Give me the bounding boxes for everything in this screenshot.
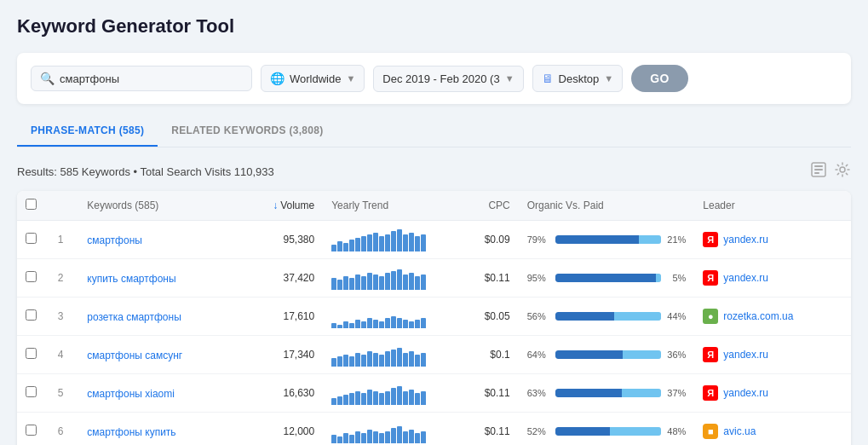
row-cpc: $0.11 <box>460 374 519 413</box>
trend-bar <box>337 325 342 328</box>
keyword-link[interactable]: смартфоны купить <box>87 426 175 438</box>
settings-icon-button[interactable] <box>834 161 851 182</box>
row-volume: 12,000 <box>255 413 323 446</box>
row-leader: ■ avic.ua <box>694 413 851 446</box>
row-volume: 95,380 <box>255 221 323 259</box>
organic-fill <box>555 312 615 321</box>
keywords-table: Keywords (585) ↓ Volume Yearly Trend CPC… <box>17 191 851 445</box>
globe-icon: 🌐 <box>270 72 285 85</box>
row-checkbox[interactable] <box>26 233 37 244</box>
leader-link[interactable]: yandex.ru <box>723 234 768 246</box>
table-row: 6 смартфоны купить 12,000 $0.11 52% 48% <box>17 413 851 446</box>
leader-logo: Я <box>703 270 718 286</box>
paid-pct: 5% <box>665 273 686 283</box>
device-dropdown[interactable]: 🖥 Desktop ▼ <box>532 65 624 92</box>
app-container: Keyword Generator Tool 🔍 🌐 Worldwide ▼ D… <box>0 0 868 445</box>
search-input[interactable] <box>60 72 243 85</box>
leader-cell: Я yandex.ru <box>703 347 842 362</box>
trend-bar <box>367 318 372 328</box>
tab-phrase-match[interactable]: PHRASE-MATCH (585) <box>17 116 158 147</box>
row-leader: Я yandex.ru <box>694 259 851 298</box>
trend-bar <box>415 320 420 328</box>
trend-bar <box>379 236 384 251</box>
row-leader: Я yandex.ru <box>694 374 851 413</box>
paid-pct: 44% <box>665 311 686 321</box>
paid-fill <box>656 274 661 282</box>
row-volume: 16,630 <box>255 374 323 413</box>
trend-bar <box>385 273 390 290</box>
organic-fill <box>555 427 611 436</box>
trend-bar <box>367 390 372 405</box>
table-row: 2 купить смартфоны 37,420 $0.11 95% 5% <box>17 259 851 298</box>
go-button[interactable]: GO <box>631 65 688 92</box>
row-leader: ● rozetka.com.ua <box>694 298 851 336</box>
trend-bar <box>337 280 342 290</box>
row-checkbox[interactable] <box>26 348 37 359</box>
trend-bar <box>415 393 420 405</box>
keyword-link[interactable]: розетка смартфоны <box>87 311 181 323</box>
leader-link[interactable]: yandex.ru <box>723 272 768 284</box>
trend-bar <box>409 430 414 443</box>
trend-bar <box>385 318 390 328</box>
leader-link[interactable]: yandex.ru <box>723 349 768 361</box>
trend-bar <box>397 229 402 251</box>
row-checkbox[interactable] <box>26 309 37 321</box>
trend-bar <box>385 391 390 405</box>
chevron-down-icon-date: ▼ <box>505 73 514 84</box>
trend-bar <box>355 353 360 367</box>
location-dropdown[interactable]: 🌐 Worldwide ▼ <box>261 65 365 92</box>
trend-bar <box>409 321 414 328</box>
trend-bar <box>361 321 366 328</box>
trend-bar <box>409 273 414 290</box>
row-keyword: смартфоны самсунг <box>78 336 255 374</box>
paid-pct: 37% <box>665 388 686 398</box>
num-header <box>49 191 78 221</box>
trend-bar <box>391 388 396 405</box>
table-container: Keywords (585) ↓ Volume Yearly Trend CPC… <box>17 191 851 445</box>
organic-pct: 79% <box>527 234 551 245</box>
svg-rect-3 <box>814 172 819 174</box>
trend-bar <box>391 231 396 251</box>
svg-rect-2 <box>814 169 823 170</box>
sort-down-icon: ↓ <box>273 199 278 211</box>
organic-track <box>555 235 662 244</box>
monitor-icon: 🖥 <box>542 72 554 85</box>
trend-bar <box>403 391 408 405</box>
paid-pct: 36% <box>665 350 686 360</box>
row-checkbox[interactable] <box>26 386 37 397</box>
leader-link[interactable]: rozetka.com.ua <box>723 310 793 322</box>
organic-pct: 64% <box>527 350 551 360</box>
select-all-checkbox[interactable] <box>26 199 37 210</box>
trend-bar <box>337 241 342 251</box>
trend-bar <box>355 238 360 251</box>
trend-bar <box>367 234 372 251</box>
row-cpc: $0.1 <box>460 336 519 374</box>
paid-fill <box>610 427 661 436</box>
trend-header: Yearly Trend <box>323 191 460 221</box>
row-checkbox[interactable] <box>26 271 37 282</box>
leader-link[interactable]: yandex.ru <box>723 387 768 399</box>
date-dropdown[interactable]: Dec 2019 - Feb 2020 (3 ▼ <box>373 66 523 92</box>
keyword-link[interactable]: смартфоны xiaomi <box>87 388 175 400</box>
leader-link[interactable]: avic.ua <box>723 425 756 437</box>
trend-bar <box>421 275 426 290</box>
trend-bar <box>403 431 408 443</box>
volume-header[interactable]: ↓ Volume <box>255 191 323 221</box>
table-row: 5 смартфоны xiaomi 16,630 $0.11 63% 37% <box>17 374 851 413</box>
row-checkbox[interactable] <box>26 425 37 436</box>
tab-related-keywords[interactable]: RELATED KEYWORDS (3,808) <box>158 116 336 147</box>
trend-bar <box>355 320 360 328</box>
trend-bar <box>373 320 378 328</box>
keyword-link[interactable]: смартфоны <box>87 234 142 246</box>
leader-logo: Я <box>703 347 718 362</box>
keyword-link[interactable]: смартфоны самсунг <box>87 350 182 361</box>
trend-bar <box>331 435 336 443</box>
chevron-down-icon-device: ▼ <box>604 73 613 84</box>
paid-fill <box>622 389 661 397</box>
keyword-link[interactable]: купить смартфоны <box>87 273 175 285</box>
row-organic: 95% 5% <box>519 259 695 298</box>
trend-bar <box>391 271 396 290</box>
export-icon-button[interactable] <box>810 161 827 182</box>
row-checkbox-cell <box>17 298 49 336</box>
paid-pct: 21% <box>665 234 686 245</box>
